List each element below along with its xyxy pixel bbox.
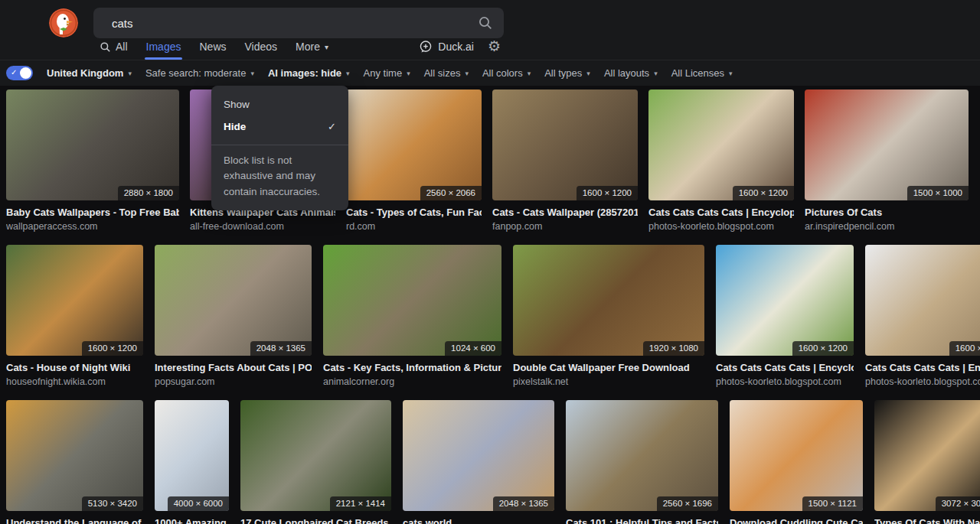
result-thumbnail[interactable]: 4000 × 6000 xyxy=(155,400,229,511)
image-result-tile[interactable]: 3072 × 3072 Types Of Cats With Nam... ar… xyxy=(874,400,980,524)
result-title[interactable]: Cats Cats Cats Cats | Encyclopedia of ..… xyxy=(648,206,794,219)
result-title[interactable]: Cats - Cats Wallpaper (28572014) - Fa... xyxy=(492,206,638,219)
result-domain[interactable]: popsugar.com xyxy=(155,376,312,388)
result-title[interactable]: 1000+ Amazing C... xyxy=(155,516,229,524)
search-submit-icon[interactable] xyxy=(478,15,493,31)
result-title[interactable]: Cats - Types of Cats, Fun Facts & M... xyxy=(346,206,482,219)
result-domain[interactable]: animalcorner.org xyxy=(323,376,501,388)
result-domain[interactable]: wallpaperaccess.com xyxy=(6,220,179,233)
tab-label: News xyxy=(199,41,226,53)
result-thumbnail[interactable]: 1600 × 1200 xyxy=(865,245,980,356)
image-result-tile[interactable]: 5130 × 3420 Understand the Language of C… xyxy=(6,400,143,524)
result-domain[interactable]: pixelstalk.net xyxy=(513,376,704,388)
tab-more[interactable]: More▾ xyxy=(296,41,328,60)
tab-videos[interactable]: Videos xyxy=(245,41,278,60)
image-result-tile[interactable]: 2048 × 1365 cats world dim7catlover.blog… xyxy=(403,400,554,524)
result-title[interactable]: Cats - Key Facts, Information & Pictures xyxy=(323,361,501,374)
result-title[interactable]: Cats Cats Cats Cats | Encyclopedia ... xyxy=(716,361,854,374)
result-title[interactable]: Cats Cats Cats Cats | Encyclopedia of ..… xyxy=(865,361,980,374)
filter-all-types[interactable]: All types▾ xyxy=(544,67,590,79)
result-thumbnail[interactable]: 2121 × 1414 xyxy=(240,400,391,511)
filter-label: Any time xyxy=(364,67,403,79)
result-domain[interactable]: all-free-download.com xyxy=(190,220,335,233)
image-result-tile[interactable]: 1500 × 1121 Download Cuddling Cute Cats … xyxy=(730,400,863,524)
result-thumbnail[interactable]: 1500 × 1000 xyxy=(805,90,969,200)
image-result-tile[interactable]: 1600 × 1200 Cats Cats Cats Cats | Encycl… xyxy=(716,245,854,388)
result-thumbnail[interactable]: 1500 × 1121 xyxy=(730,400,863,511)
filter-safe-search-moderate[interactable]: Safe search: moderate▾ xyxy=(145,67,254,79)
dimensions-badge: 2048 × 1365 xyxy=(250,341,312,356)
tab-news[interactable]: News xyxy=(199,41,226,60)
image-result-tile[interactable]: 2048 × 1365 Interesting Facts About Cats… xyxy=(155,245,312,388)
result-thumbnail[interactable]: 1600 × 1200 xyxy=(716,245,854,356)
image-result-tile[interactable]: 1600 × 1200 Cats - House of Night Wiki h… xyxy=(6,245,143,388)
result-thumbnail[interactable]: 2048 × 1365 xyxy=(403,400,554,511)
result-domain[interactable]: photos-koorleto.blogspot.com xyxy=(648,220,794,233)
settings-gear-icon[interactable]: ⚙ xyxy=(488,39,501,54)
image-result-tile[interactable]: 4000 × 6000 1000+ Amazing C... pexels.co… xyxy=(155,400,229,524)
result-thumbnail[interactable]: 3072 × 3072 xyxy=(874,400,980,511)
result-title[interactable]: Cats - House of Night Wiki xyxy=(6,361,143,374)
filter-united-kingdom[interactable]: United Kingdom▾ xyxy=(47,67,132,79)
result-domain[interactable]: rd.com xyxy=(346,220,482,233)
result-domain[interactable]: ar.inspiredpencil.com xyxy=(805,220,969,233)
region-toggle[interactable]: ✓ xyxy=(6,66,33,80)
search-input[interactable] xyxy=(93,17,478,30)
result-title[interactable]: Double Cat Wallpaper Free Download xyxy=(513,361,704,374)
dimensions-badge: 2560 × 2066 xyxy=(420,186,482,200)
result-title[interactable]: 17 Cute Longhaired Cat Breeds | Cats w..… xyxy=(240,516,391,524)
result-thumbnail[interactable]: 2560 × 2066 xyxy=(346,90,482,200)
caret-down-icon: ▾ xyxy=(729,70,733,77)
image-result-tile[interactable]: 2880 × 1800 Baby Cats Wallpapers - Top F… xyxy=(6,90,179,233)
result-thumbnail[interactable]: 2880 × 1800 xyxy=(6,90,179,200)
search-icon xyxy=(100,41,111,53)
result-domain[interactable]: photos-koorleto.blogspot.com xyxy=(865,376,980,388)
tab-images[interactable]: Images xyxy=(146,41,181,60)
image-result-tile[interactable]: 2121 × 1414 17 Cute Longhaired Cat Breed… xyxy=(240,400,391,524)
filter-label: All layouts xyxy=(604,67,649,79)
result-title[interactable]: Pictures Of Cats xyxy=(805,206,969,219)
dimensions-badge: 1600 × 1200 xyxy=(577,186,638,200)
dropdown-option-show[interactable]: Show xyxy=(211,93,348,116)
duckduckgo-logo[interactable] xyxy=(49,8,78,37)
filter-all-sizes[interactable]: All sizes▾ xyxy=(424,67,469,79)
dimensions-badge: 4000 × 6000 xyxy=(168,496,229,511)
result-title[interactable]: Understand the Language of Cats | ... xyxy=(6,516,143,524)
filter-all-colors[interactable]: All colors▾ xyxy=(482,67,531,79)
result-title[interactable]: Interesting Facts About Cats | POPSUGA..… xyxy=(155,361,312,374)
result-thumbnail[interactable]: 1920 × 1080 xyxy=(513,245,704,356)
result-thumbnail[interactable]: 1600 × 1200 xyxy=(648,90,794,200)
image-result-tile[interactable]: 1600 × 1200 Cats - Cats Wallpaper (28572… xyxy=(492,90,638,233)
image-result-tile[interactable]: 1024 × 600 Cats - Key Facts, Information… xyxy=(323,245,501,388)
filter-all-layouts[interactable]: All layouts▾ xyxy=(604,67,658,79)
result-thumbnail[interactable]: 1600 × 1200 xyxy=(492,90,638,200)
tab-label: Images xyxy=(146,41,181,53)
result-thumbnail[interactable]: 1024 × 600 xyxy=(323,245,501,356)
duckai-link[interactable]: Duck.ai xyxy=(419,40,474,54)
image-result-tile[interactable]: 2560 × 2066 Cats - Types of Cats, Fun Fa… xyxy=(346,90,482,233)
checkmark-icon: ✓ xyxy=(328,121,336,132)
image-result-tile[interactable]: 2560 × 1696 Cats 101 : Helpful Tips and … xyxy=(566,400,718,524)
caret-down-icon: ▾ xyxy=(528,70,531,77)
result-domain[interactable]: fanpop.com xyxy=(492,220,638,233)
result-title[interactable]: Types Of Cats With Nam... xyxy=(874,516,980,524)
image-result-tile[interactable]: 1500 × 1000 Pictures Of Cats ar.inspired… xyxy=(805,90,969,233)
result-domain[interactable]: photos-koorleto.blogspot.com xyxy=(716,376,854,388)
result-title[interactable]: Baby Cats Wallpapers - Top Free Baby Cat… xyxy=(6,206,179,219)
result-thumbnail[interactable]: 2560 × 1696 xyxy=(566,400,718,511)
result-domain[interactable]: houseofnight.wikia.com xyxy=(6,376,143,388)
image-result-tile[interactable]: 1600 × 1200 Cats Cats Cats Cats | Encycl… xyxy=(648,90,794,233)
result-thumbnail[interactable]: 5130 × 3420 xyxy=(6,400,143,511)
result-title[interactable]: Download Cuddling Cute Cats Pict... xyxy=(730,516,863,524)
image-result-tile[interactable]: 1600 × 1200 Cats Cats Cats Cats | Encycl… xyxy=(865,245,980,388)
result-thumbnail[interactable]: 2048 × 1365 xyxy=(155,245,312,356)
result-thumbnail[interactable]: 1600 × 1200 xyxy=(6,245,143,356)
dropdown-option-hide[interactable]: Hide ✓ xyxy=(211,116,348,138)
result-title[interactable]: Cats 101 : Helpful Tips and Facts for Ca… xyxy=(566,516,718,524)
filter-ai-images-hide[interactable]: AI images: hide▾ xyxy=(268,67,350,79)
filter-all-licenses[interactable]: All Licenses▾ xyxy=(671,67,733,79)
filter-any-time[interactable]: Any time▾ xyxy=(364,67,410,79)
image-result-tile[interactable]: 1920 × 1080 Double Cat Wallpaper Free Do… xyxy=(513,245,704,388)
result-title[interactable]: cats world xyxy=(403,516,554,524)
tab-all[interactable]: All xyxy=(100,41,128,60)
